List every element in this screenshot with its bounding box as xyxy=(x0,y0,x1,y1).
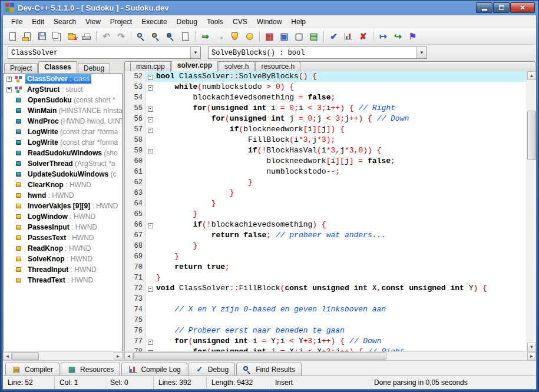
member-combobox[interactable]: SolveByBlocks() : bool ▼ xyxy=(208,46,427,59)
code-text[interactable]: if(!blockachievedsomething) { xyxy=(154,220,527,230)
line-number[interactable]: 58 xyxy=(125,135,146,145)
line-number[interactable]: 67 xyxy=(125,230,146,241)
code-text[interactable]: numblockstodo--; xyxy=(154,167,527,177)
print-button[interactable] xyxy=(79,29,94,44)
left-tab-classes[interactable]: Classes xyxy=(38,61,77,73)
line-number[interactable]: 66 xyxy=(125,220,146,230)
code-text[interactable]: bool ClassSolver::SolveByBlocks() { xyxy=(154,71,527,82)
goto-line-button[interactable] xyxy=(178,29,193,44)
new-source-button[interactable] xyxy=(5,29,20,44)
code-text[interactable]: if(!BlockHasVal(i*3,j*3,0)) { xyxy=(154,145,527,156)
line-number[interactable]: 53 xyxy=(125,82,146,92)
scroll-left-icon[interactable]: ◄ xyxy=(3,352,12,360)
fold-collapse-icon[interactable]: - xyxy=(148,75,153,80)
editor-hscrollbar[interactable]: ◄ ► xyxy=(124,351,536,360)
editor-tab-solver-cpp[interactable]: solver.cpp xyxy=(171,61,218,71)
tree-item-logwrite[interactable]: LogWrite (const char *forma xyxy=(4,137,122,148)
code-text[interactable] xyxy=(154,294,527,304)
code-text[interactable]: return true; xyxy=(154,262,527,273)
code-text[interactable]: for(unsigned int i = Y;i < Y+3;i++) { //… xyxy=(154,336,527,347)
fold-collapse-icon[interactable]: - xyxy=(148,128,153,133)
tree-item-solveknop[interactable]: SolveKnop : HWND xyxy=(4,254,122,264)
tree-item-passesinput[interactable]: PassesInput : HWND xyxy=(4,222,122,232)
tree-item-logwrite[interactable]: LogWrite (const char *forma xyxy=(4,127,122,137)
line-number[interactable]: 69 xyxy=(125,251,146,262)
menu-window[interactable]: Window xyxy=(252,16,287,27)
line-number[interactable]: 74 xyxy=(125,304,146,315)
toggle-bookmark-button[interactable]: ↪ xyxy=(391,29,405,44)
menu-help[interactable]: Help xyxy=(286,16,310,27)
vscroll-track[interactable] xyxy=(527,160,536,343)
line-number[interactable]: 73 xyxy=(125,294,146,304)
scroll-up-icon[interactable]: ▲ xyxy=(527,71,536,80)
editor-tab-solver-h[interactable]: solver.h xyxy=(219,61,254,71)
class-combobox[interactable]: ClassSolver ▼ xyxy=(8,46,201,59)
title-bar[interactable]: Dev-C++ 5.1.1.0 - [ Sudoku ] - Sudoku.de… xyxy=(2,1,537,15)
tree-item-passestext[interactable]: PassesText : HWND xyxy=(4,232,122,243)
find-in-files-button[interactable] xyxy=(163,29,178,44)
expand-plus-icon[interactable]: + xyxy=(6,87,12,92)
line-number[interactable]: 56 xyxy=(125,114,146,124)
chevron-down-icon[interactable]: ▼ xyxy=(190,47,200,58)
code-text[interactable]: } xyxy=(154,198,527,209)
code-text[interactable]: for(unsigned int j = X;j < X+3;j++) { //… xyxy=(154,347,527,351)
tree-item-updatesudokuwindows[interactable]: UpdateSudokuWindows (c xyxy=(4,169,122,180)
tree-item-wndproc[interactable]: WndProc (HWND hwnd, UINT xyxy=(4,116,122,127)
tree-item-readknop[interactable]: ReadKnop : HWND xyxy=(4,243,122,254)
report-tab-debug[interactable]: ✓Debug xyxy=(189,363,235,376)
hscroll-thumb[interactable] xyxy=(133,352,386,360)
menu-debug[interactable]: Debug xyxy=(172,16,202,27)
menu-tools[interactable]: Tools xyxy=(202,16,228,27)
code-text[interactable]: FillBlock(i*3,j*3); xyxy=(154,135,527,145)
minimize-button[interactable] xyxy=(476,2,492,13)
report-tab-compile-log[interactable]: Compile Log xyxy=(121,363,187,376)
tree-item-threadtext[interactable]: ThreadText : HWND xyxy=(4,275,122,285)
open-file-button[interactable] xyxy=(20,29,35,44)
remove-from-project-button[interactable]: ▢ xyxy=(292,29,306,44)
profile-analysis-button[interactable] xyxy=(341,29,356,44)
code-text[interactable]: // X en Y zijn 0-based en geven linksbov… xyxy=(154,304,527,315)
undo-button[interactable]: ↶ xyxy=(99,29,114,44)
code-text[interactable]: } xyxy=(154,241,527,251)
code-text[interactable]: void ClassSolver::FillBlock(const unsign… xyxy=(154,283,527,294)
line-number[interactable]: 62 xyxy=(125,177,146,188)
menu-edit[interactable]: Edit xyxy=(27,16,49,27)
scroll-left-icon[interactable]: ◄ xyxy=(124,352,133,360)
line-number[interactable]: 76 xyxy=(125,325,146,336)
line-number[interactable]: 61 xyxy=(125,167,146,177)
debug-button[interactable] xyxy=(227,29,242,44)
fold-collapse-icon[interactable]: - xyxy=(148,340,153,345)
tree-item-threadinput[interactable]: ThreadInput : HWND xyxy=(4,264,122,275)
code-text[interactable]: for(unsigned int i = 0;i < 3;i++) { // R… xyxy=(154,103,527,114)
code-text[interactable]: for(unsigned int j = 0;j < 3;j++) { // D… xyxy=(154,114,527,124)
find-button[interactable] xyxy=(134,29,148,44)
tree-item-solverthread[interactable]: SolverThread (ArgStruct *a xyxy=(4,158,122,169)
line-number[interactable]: 68 xyxy=(125,241,146,251)
code-text[interactable]: if(blockneedwork[i][j]) { xyxy=(154,124,527,135)
fold-collapse-icon[interactable]: - xyxy=(148,117,153,122)
line-number[interactable]: 72 xyxy=(125,283,146,294)
run-button[interactable]: → xyxy=(213,29,227,44)
scroll-down-icon[interactable]: ▼ xyxy=(527,343,536,351)
line-number[interactable]: 57 xyxy=(125,124,146,135)
tree-item-clearknop[interactable]: ClearKnop : HWND xyxy=(4,180,122,190)
scroll-right-icon[interactable]: ► xyxy=(114,352,123,360)
editor-vscrollbar[interactable]: ▲ ▼ xyxy=(527,71,536,351)
tree-item-hwnd[interactable]: hwnd : HWND xyxy=(4,190,122,201)
editor-tab-main-cpp[interactable]: main.cpp xyxy=(130,61,171,71)
menu-cvs[interactable]: CVS xyxy=(228,16,252,27)
menu-project[interactable]: Project xyxy=(105,16,137,27)
code-editor[interactable]: 52-bool ClassSolver::SolveByBlocks() {53… xyxy=(125,71,527,351)
tree-item-invoervakjes-9-9[interactable]: InvoerVakjes [9][9] : HWND xyxy=(4,201,122,211)
line-number[interactable]: 78 xyxy=(125,347,146,351)
code-text[interactable]: while(numblockstodo > 0) { xyxy=(154,82,527,92)
code-text[interactable]: } xyxy=(154,177,527,188)
line-number[interactable]: 55 xyxy=(125,103,146,114)
scroll-right-icon[interactable]: ► xyxy=(527,352,536,360)
chevron-down-icon[interactable]: ▼ xyxy=(416,47,426,58)
code-text[interactable]: // Probeer eerst naar beneden te gaan xyxy=(154,325,527,336)
line-number[interactable]: 59 xyxy=(125,145,146,156)
line-number[interactable]: 54 xyxy=(125,92,146,103)
close-button[interactable]: ✕ xyxy=(510,2,535,13)
tree-item-opensudoku[interactable]: OpenSudoku (const short * xyxy=(4,95,122,105)
